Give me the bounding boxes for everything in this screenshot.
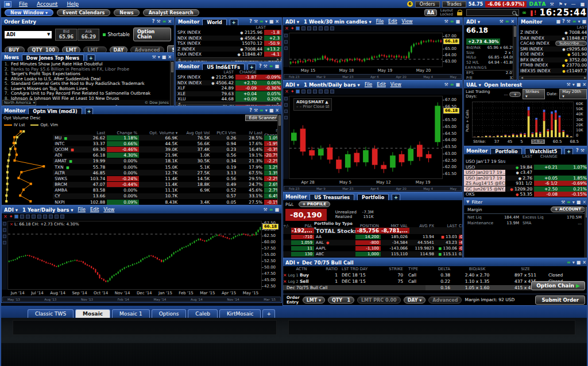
position-row[interactable]: 11 AAPL -1,100 -143,066 119.9823 ■ 130.0…	[283, 246, 462, 251]
add-expiry-button[interactable]: +	[509, 92, 521, 97]
scanner-row[interactable]: ALTR 46.85 0.00% 12.7K 27.5K 3.13 67.5% …	[53, 170, 281, 176]
qty-field[interactable]: QTY 100	[28, 46, 59, 53]
close-icon[interactable]: ×	[168, 19, 172, 24]
strikes-dropdown[interactable]: Strikes ▾	[523, 89, 545, 99]
close-icon[interactable]: ×	[510, 19, 514, 24]
alert-icon[interactable]: ❚!	[529, 10, 536, 16]
chart-menu-view[interactable]: View	[390, 82, 401, 87]
down-icon[interactable]: ▾	[265, 108, 268, 113]
link-icon[interactable]: ∞	[450, 19, 454, 24]
open-interest-chart[interactable]	[473, 102, 573, 137]
chart-menu-view[interactable]: View	[103, 207, 114, 212]
max-icon[interactable]: ■	[162, 54, 167, 60]
maximize-icon[interactable]: ■	[579, 2, 586, 7]
down-icon[interactable]: ▾	[265, 19, 268, 24]
vertical-scrollbar[interactable]	[277, 114, 281, 205]
chart-side-toolbar[interactable]	[283, 96, 288, 179]
filter-icon[interactable]: ▼	[466, 200, 469, 204]
wrench-icon[interactable]: ⚒	[152, 54, 156, 60]
help-icon[interactable]: ?	[249, 19, 252, 24]
watchlist-row[interactable]: OKS ● 53.35 -0.08 -0.15%	[464, 192, 588, 197]
remove-leg-icon[interactable]: ×	[283, 279, 287, 284]
chart-period-dropdown[interactable]: 1 Week/30 min candles ▾	[304, 19, 372, 25]
horizontal-scrollbar[interactable]: ◀▶	[176, 102, 281, 105]
search-input[interactable]	[466, 9, 519, 16]
chart-side-toolbar[interactable]	[283, 33, 288, 67]
minimize-icon[interactable]: —	[570, 2, 577, 7]
chart-toolbar[interactable]: ×✦	[283, 25, 462, 32]
workspace-tab[interactable]: Mosaic	[75, 309, 110, 318]
news-item[interactable]: 5. Standard General Gets the Nod to Buy …	[3, 81, 174, 87]
watchlist-row[interactable]: CAC40 INDEX Subscribe...	[519, 41, 588, 46]
qty-field[interactable]: QTY 1	[328, 297, 354, 303]
max-icon[interactable]: ■	[455, 19, 460, 24]
order-type-dropdown[interactable]: LMT ▾	[62, 46, 81, 53]
watchlist-row[interactable]: FTMIB INDEX ● 23770.00	[519, 63, 588, 68]
add-tab-button[interactable]: +	[87, 54, 95, 61]
workspace-tab[interactable]: Mosaic 1	[112, 309, 150, 318]
chart-toolbar[interactable]: ×✦	[283, 88, 462, 95]
link-icon[interactable]: ∞	[567, 200, 571, 205]
wrench-icon[interactable]: ⚒	[499, 19, 503, 24]
news-item[interactable]: 4. Altice Looks to U.S. After Suddenlink…	[3, 77, 174, 82]
close-icon[interactable]: ×	[168, 54, 172, 60]
toolbar-button[interactable]: New Window ▾	[5, 9, 53, 16]
max-icon[interactable]: ■	[577, 260, 581, 265]
down-icon[interactable]: ▾	[572, 200, 575, 205]
watchlist-row[interactable]: XLE 79.63 +0.04 0.05%	[176, 91, 281, 97]
edit-scanner-button[interactable]: Edit Scanner	[245, 115, 280, 121]
subscribe-button[interactable]: Subscribe...	[555, 41, 587, 46]
chart-menu-edit[interactable]: Edit	[90, 207, 99, 212]
watchlist-row[interactable]: USO ● 19.84 +0.21 1.07%	[464, 165, 588, 170]
chart-symbol-dropdown[interactable]: ADI ▾	[285, 19, 299, 25]
strategy-symbol-dropdown[interactable]: ADI ▾	[285, 260, 299, 266]
tif-dropdown[interactable]: DAY ▾	[110, 46, 128, 53]
chart-menu-file[interactable]: File	[78, 207, 86, 212]
submit-order-button[interactable]: Submit Order	[535, 295, 585, 305]
filter-label[interactable]: Filter	[471, 200, 482, 205]
down-icon[interactable]: ▾	[578, 19, 580, 24]
remove-leg-icon[interactable]: ×	[283, 272, 287, 278]
link-icon[interactable]: ∞	[450, 82, 454, 87]
horizontal-scrollbar[interactable]: ◀▶	[176, 57, 281, 61]
help-icon[interactable]: ?	[152, 19, 155, 24]
buy-sell-toggle[interactable]: BUY SELL	[5, 46, 25, 53]
link-icon[interactable]: ∞	[572, 19, 577, 24]
wrench-icon[interactable]: ⚒	[264, 207, 268, 212]
close-icon[interactable]: ×	[275, 19, 279, 24]
scanner-row[interactable]: AMBA 83.58 0.00% 11.1K 6.9K 0.52 45.6% 2…	[53, 188, 281, 193]
news-item[interactable]: 1. Fed Minutes Show June Rate Hike Doubt…	[3, 62, 174, 67]
wrench-icon[interactable]: ⚒	[254, 19, 258, 24]
watchlist-row[interactable]: USO Jan20'17 19 ... ● 2.76 +0.05 1.85%	[464, 176, 588, 181]
chart-menu-file[interactable]: File	[365, 82, 372, 87]
tab-world[interactable]: World	[202, 19, 226, 25]
position-row[interactable]: 130 ABC 1,000 115,110 114.98 ■ 115.11 0.…	[283, 251, 462, 257]
max-icon[interactable]: ■	[269, 108, 274, 113]
link-icon[interactable]: ∞	[567, 260, 571, 265]
max-icon[interactable]: ■	[556, 19, 560, 24]
date-dropdown[interactable]: May 20th ▾	[559, 89, 587, 99]
vertical-scrollbar[interactable]	[585, 206, 588, 258]
down-icon[interactable]: ▾	[572, 82, 575, 87]
oi-symbol-dropdown[interactable]: UAL ▾	[466, 82, 481, 88]
link-icon[interactable]: ∞	[269, 207, 273, 212]
watchlist-row[interactable]: IBEX35 INDEX ● c11497.7	[519, 68, 588, 74]
watchlist-row[interactable]: EOE INDEX ● 501.90	[519, 52, 588, 57]
news-item[interactable]: 2. Banks to Pay $5.6 Billion in Penaltie…	[3, 67, 174, 72]
trades-button[interactable]: Trades	[442, 1, 466, 7]
watchlist-row[interactable]: Z INDEX ● 7008.44 +13.2	[176, 46, 281, 52]
position-row[interactable]: -710 AA 14,200 185,026 13.94 ■ 13.03 -0.…	[283, 234, 462, 240]
news-item[interactable]: 6. Lowe's Misses on Top, Bottom Lines	[3, 87, 174, 92]
wrench-icon[interactable]: ⚒	[561, 200, 565, 205]
max-icon[interactable]: ■	[577, 82, 581, 87]
help-icon[interactable]: ?	[576, 148, 579, 153]
chart-menu-view[interactable]: View	[402, 19, 413, 24]
close-icon[interactable]: ×	[582, 260, 586, 265]
link-group-icon[interactable]: ∞	[522, 10, 527, 15]
advanced-button[interactable]: Advanced	[428, 297, 462, 303]
tif-dropdown[interactable]: DAY ▾	[404, 297, 426, 303]
add-account-button[interactable]: + ACCOUNT	[551, 207, 585, 212]
link-icon[interactable]: ∞	[505, 19, 509, 24]
workspace-tab[interactable]: KirtMosaic	[219, 309, 261, 318]
wrench-icon[interactable]: ⚒	[264, 64, 268, 69]
